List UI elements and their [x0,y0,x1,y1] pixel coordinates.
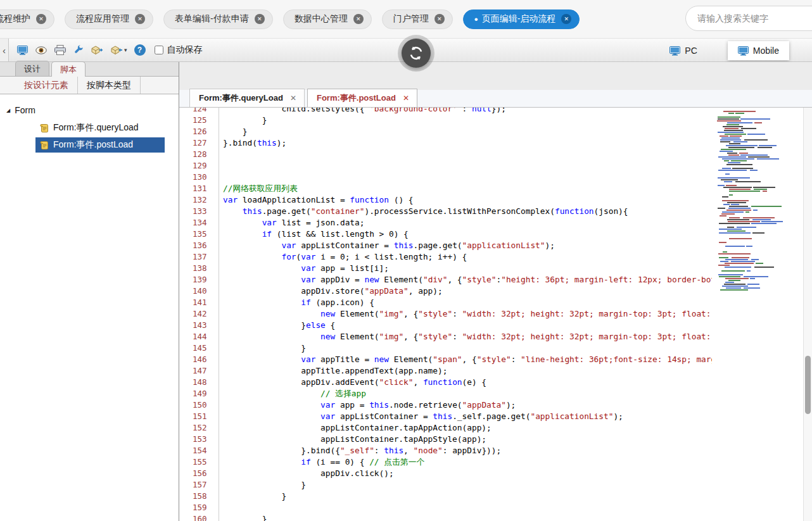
autosave-checkbox[interactable] [155,46,163,54]
code-line[interactable]: // 选择app [223,388,712,399]
code-line[interactable]: new Element("img", {"style": "width: 32p… [223,308,712,320]
code-line[interactable]: }else { [223,320,712,331]
code-line[interactable]: appTitle.appendText(app.name); [223,365,712,377]
import-button[interactable] [91,42,104,58]
code-line[interactable]: var app = list[i]; [223,263,712,274]
window-tab[interactable]: 门户管理 ✕ [382,9,453,29]
code-line[interactable]: } [223,513,712,521]
editor-tab-postload[interactable]: Form:事件.postLoad ✕ [307,89,417,107]
code-line[interactable]: var appDiv = new Element("div", {"style"… [223,274,712,286]
code-line[interactable]: this.page.get("container").processServic… [223,206,712,217]
line-number: 152 [193,422,219,434]
tree-item-postload[interactable]: Form:事件.postLoad [35,137,165,153]
code-line[interactable]: for(var i = 0; i < list.length; i++) { [223,251,712,263]
close-icon[interactable]: ✕ [135,14,145,24]
preview-button[interactable] [35,42,48,58]
code-line[interactable] [223,160,712,172]
code-line[interactable]: child.setStyles({ 'background-color' : n… [223,108,712,115]
code-line[interactable] [223,149,712,160]
close-icon[interactable]: ✕ [561,14,571,24]
tools-button[interactable] [73,42,84,58]
code-editor[interactable]: 1241251261271281291301311321331341351361… [179,108,812,521]
code-line[interactable]: var appListContainer = this._self.page.g… [223,411,712,422]
line-number: 147 [193,365,219,377]
window-tab[interactable]: 数据中心管理 ✕ [283,9,372,29]
tree-node-form[interactable]: ◢ Form [0,102,179,118]
editor-tab-bar: Form:事件.queryLoad ✕ Form:事件.postLoad ✕ [179,90,812,108]
search-input[interactable] [697,13,812,23]
tree-root-label: Form [15,105,35,115]
code-line[interactable]: } [223,479,712,491]
line-number: 149 [193,388,219,399]
filter-by-design-element[interactable]: 按设计元素 [15,77,78,94]
close-icon[interactable]: ✕ [255,14,265,24]
collapse-panel-button[interactable]: ‹ [0,39,9,61]
editor-tab-queryload[interactable]: Form:事件.queryLoad ✕ [189,89,305,107]
code-line[interactable]: //网络获取应用列表 [223,183,712,194]
close-icon[interactable]: ✕ [290,94,296,103]
code-line[interactable]: } [223,491,712,502]
code-content[interactable]: child.setStyles({ 'background-color' : n… [223,108,712,521]
scrollbar-thumb[interactable] [805,356,811,414]
code-line[interactable]: } [223,115,712,126]
code-line[interactable] [223,172,712,183]
refresh-button[interactable] [402,39,431,68]
line-number: 136 [193,240,219,251]
code-line[interactable]: var list = json.data; [223,217,712,229]
line-number: 157 [193,479,219,491]
line-number: 132 [193,194,219,206]
code-line[interactable]: var app = this.node.retrieve("appData"); [223,399,712,411]
close-icon[interactable]: ✕ [353,14,364,24]
window-tab[interactable]: 流程应用管理 ✕ [65,9,153,29]
window-tab-active[interactable]: • 页面编辑-启动流程 ✕ [463,9,580,29]
device-pc-button[interactable]: PC [669,46,697,56]
code-line[interactable]: appDiv.addEvent("click", function(e) { [223,377,712,388]
autosave-toggle[interactable]: 自动保存 [155,44,203,56]
close-icon[interactable]: ✕ [36,14,46,24]
code-line[interactable]: appDiv.click(); [223,468,712,479]
editor-area: Form:事件.queryLoad ✕ Form:事件.postLoad ✕ 1… [179,62,812,521]
save-button[interactable] [16,42,29,58]
device-mobile-button[interactable]: Mobile [728,41,789,60]
monitor-save-icon [17,46,28,55]
code-line[interactable]: }.bind(this); [223,137,712,149]
print-button[interactable] [54,42,67,58]
line-number: 145 [193,342,219,354]
code-line[interactable]: }.bind({"_self": this, "node": appDiv}))… [223,445,712,456]
window-tab[interactable]: 表单编辑-付款申请 ✕ [163,9,273,29]
code-line[interactable]: if (app.icon) { [223,297,712,308]
help-icon: ? [137,46,142,54]
code-line[interactable]: appListContainer.tapAppAction(app); [223,422,712,434]
code-line[interactable]: } [223,342,712,354]
editor-vertical-scrollbar[interactable] [803,108,812,521]
line-number: 125 [193,115,219,126]
export-button[interactable]: ▾ [110,42,128,58]
code-line[interactable]: new Element("img", {"style": "width: 32p… [223,331,712,342]
global-search[interactable] [685,6,812,31]
code-line[interactable]: appDiv.store("appData", app); [223,286,712,297]
code-line[interactable] [223,502,712,513]
line-number: 130 [193,172,219,183]
code-line[interactable]: if (i == 0) { // 点击第一个 [223,456,712,468]
code-line[interactable]: } [223,126,712,137]
close-icon[interactable]: ✕ [403,94,409,103]
tree-expander-icon[interactable]: ◢ [6,108,10,113]
tab-script[interactable]: 脚本 [51,61,86,77]
autosave-label: 自动保存 [167,44,203,56]
close-icon[interactable]: ✕ [435,14,445,24]
code-line[interactable]: var loadApplicationList = function () { [223,194,712,206]
code-line[interactable]: var appListContainer = this.page.get("ap… [223,240,712,251]
code-line[interactable]: if (list && list.length > 0) { [223,229,712,240]
filter-by-script-type[interactable]: 按脚本类型 [78,77,141,94]
window-tab[interactable]: 流程维护 ✕ [0,9,54,29]
tab-design[interactable]: 设计 [15,61,49,76]
help-button[interactable]: ? [134,44,146,56]
mobile-label: Mobile [753,46,779,56]
code-line[interactable]: var appTitle = new Element("span", {"sty… [223,354,712,365]
minimap[interactable] [717,111,783,291]
code-line[interactable]: appListContainer.tapAppStyle(app); [223,434,712,445]
script-icon [39,141,49,150]
dropdown-caret-icon[interactable]: ▾ [124,47,127,53]
active-dot-icon: • [474,14,478,25]
tree-item-queryload[interactable]: Form:事件.queryLoad [35,120,165,135]
